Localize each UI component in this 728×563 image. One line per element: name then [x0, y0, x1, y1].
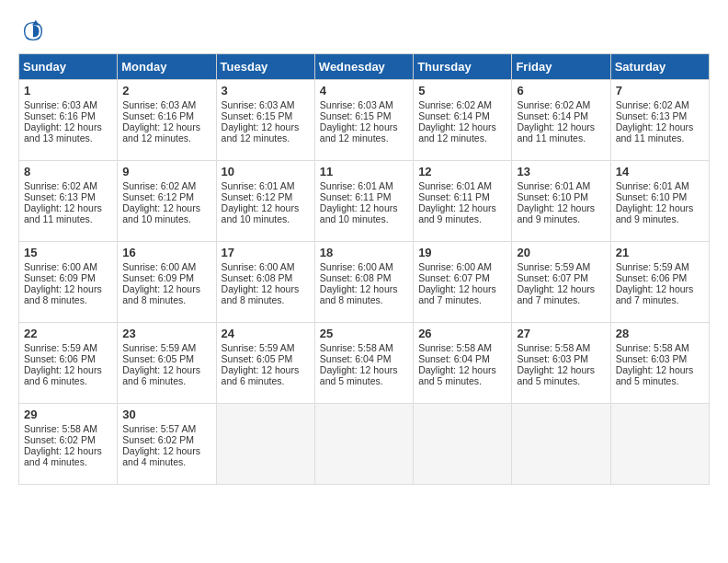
day-number: 5 [418, 84, 506, 98]
sunset-label: Sunset: 6:15 PM [222, 110, 293, 121]
calendar-cell: 14Sunrise: 6:01 AMSunset: 6:10 PMDayligh… [610, 161, 709, 242]
day-number: 8 [24, 165, 112, 178]
sunset-label: Sunset: 6:13 PM [616, 110, 688, 121]
calendar-cell: 1Sunrise: 6:03 AMSunset: 6:16 PMDaylight… [19, 80, 118, 161]
calendar-cell: 25Sunrise: 5:58 AMSunset: 6:04 PMDayligh… [314, 323, 413, 404]
calendar-cell: 6Sunrise: 6:02 AMSunset: 6:14 PMDaylight… [512, 80, 610, 161]
day-number: 23 [122, 327, 210, 340]
calendar-cell: 28Sunrise: 5:58 AMSunset: 6:03 PMDayligh… [610, 323, 709, 404]
sunrise-label: Sunrise: 6:00 AM [320, 261, 393, 272]
calendar-cell: 19Sunrise: 6:00 AMSunset: 6:07 PMDayligh… [414, 242, 512, 323]
sunrise-label: Sunrise: 5:58 AM [616, 342, 689, 353]
calendar-cell: 13Sunrise: 6:01 AMSunset: 6:10 PMDayligh… [512, 161, 610, 242]
day-number: 13 [517, 165, 605, 178]
day-number: 17 [222, 246, 310, 259]
day-number: 15 [24, 246, 112, 259]
calendar-cell: 5Sunrise: 6:02 AMSunset: 6:14 PMDaylight… [414, 80, 512, 161]
calendar-cell: 20Sunrise: 5:59 AMSunset: 6:07 PMDayligh… [512, 242, 610, 323]
calendar-cell: 9Sunrise: 6:02 AMSunset: 6:12 PMDaylight… [118, 161, 216, 242]
daylight-label: Daylight: 12 hours and 10 minutes. [122, 202, 200, 224]
day-number: 12 [418, 165, 506, 178]
daylight-label: Daylight: 12 hours and 6 minutes. [24, 364, 102, 386]
day-number: 19 [418, 246, 506, 259]
sunset-label: Sunset: 6:09 PM [24, 272, 96, 283]
sunset-label: Sunset: 6:13 PM [24, 191, 96, 202]
calendar-cell: 30Sunrise: 5:57 AMSunset: 6:02 PMDayligh… [118, 404, 216, 485]
day-number: 21 [616, 246, 704, 259]
sunset-label: Sunset: 6:02 PM [24, 434, 96, 445]
calendar-cell: 18Sunrise: 6:00 AMSunset: 6:08 PMDayligh… [314, 242, 413, 323]
sunset-label: Sunset: 6:07 PM [517, 272, 588, 283]
day-number: 30 [122, 408, 210, 421]
sunset-label: Sunset: 6:03 PM [517, 353, 588, 364]
sunrise-label: Sunrise: 6:01 AM [517, 180, 590, 191]
calendar-cell: 7Sunrise: 6:02 AMSunset: 6:13 PMDaylight… [610, 80, 709, 161]
sunset-label: Sunset: 6:10 PM [616, 191, 688, 202]
page-header [18, 18, 710, 44]
sunset-label: Sunset: 6:11 PM [418, 191, 490, 202]
daylight-label: Daylight: 12 hours and 8 minutes. [222, 283, 300, 305]
daylight-label: Daylight: 12 hours and 5 minutes. [616, 364, 694, 386]
calendar-cell [216, 404, 314, 485]
daylight-label: Daylight: 12 hours and 5 minutes. [418, 364, 496, 386]
sunrise-label: Sunrise: 6:02 AM [616, 99, 689, 110]
header-sunday: Sunday [19, 54, 118, 80]
calendar-header-row: SundayMondayTuesdayWednesdayThursdayFrid… [19, 54, 710, 80]
calendar-week-3: 15Sunrise: 6:00 AMSunset: 6:09 PMDayligh… [19, 242, 710, 323]
sunrise-label: Sunrise: 6:00 AM [418, 261, 492, 272]
day-number: 7 [616, 84, 704, 98]
sunrise-label: Sunrise: 6:02 AM [122, 180, 196, 191]
sunrise-label: Sunrise: 5:58 AM [517, 342, 590, 353]
calendar-week-1: 1Sunrise: 6:03 AMSunset: 6:16 PMDaylight… [19, 80, 710, 161]
day-number: 26 [418, 327, 506, 340]
sunrise-label: Sunrise: 6:02 AM [24, 180, 97, 191]
sunset-label: Sunset: 6:12 PM [222, 191, 293, 202]
calendar-cell: 16Sunrise: 6:00 AMSunset: 6:09 PMDayligh… [118, 242, 216, 323]
daylight-label: Daylight: 12 hours and 12 minutes. [320, 121, 398, 144]
sunrise-label: Sunrise: 6:01 AM [418, 180, 492, 191]
daylight-label: Daylight: 12 hours and 9 minutes. [616, 202, 694, 224]
logo-icon [20, 18, 46, 44]
daylight-label: Daylight: 12 hours and 8 minutes. [24, 283, 102, 305]
daylight-label: Daylight: 12 hours and 13 minutes. [24, 121, 102, 144]
sunrise-label: Sunrise: 6:00 AM [122, 261, 196, 272]
calendar-cell: 27Sunrise: 5:58 AMSunset: 6:03 PMDayligh… [512, 323, 610, 404]
daylight-label: Daylight: 12 hours and 7 minutes. [616, 283, 694, 305]
sunrise-label: Sunrise: 6:01 AM [616, 180, 689, 191]
calendar-week-5: 29Sunrise: 5:58 AMSunset: 6:02 PMDayligh… [19, 404, 710, 485]
header-friday: Friday [512, 54, 610, 80]
day-number: 29 [24, 408, 112, 421]
day-number: 27 [517, 327, 605, 340]
sunset-label: Sunset: 6:12 PM [122, 191, 194, 202]
daylight-label: Daylight: 12 hours and 12 minutes. [418, 121, 496, 144]
sunrise-label: Sunrise: 6:01 AM [222, 180, 295, 191]
calendar-cell: 21Sunrise: 5:59 AMSunset: 6:06 PMDayligh… [610, 242, 709, 323]
header-thursday: Thursday [414, 54, 512, 80]
sunrise-label: Sunrise: 5:59 AM [616, 261, 689, 272]
sunset-label: Sunset: 6:16 PM [122, 110, 194, 121]
calendar-cell: 24Sunrise: 5:59 AMSunset: 6:05 PMDayligh… [216, 323, 314, 404]
sunrise-label: Sunrise: 5:59 AM [222, 342, 295, 353]
sunset-label: Sunset: 6:05 PM [122, 353, 194, 364]
sunrise-label: Sunrise: 5:59 AM [24, 342, 97, 353]
day-number: 11 [320, 165, 408, 178]
daylight-label: Daylight: 12 hours and 10 minutes. [222, 202, 300, 224]
daylight-label: Daylight: 12 hours and 5 minutes. [320, 364, 398, 386]
calendar-cell: 10Sunrise: 6:01 AMSunset: 6:12 PMDayligh… [216, 161, 314, 242]
calendar-cell: 11Sunrise: 6:01 AMSunset: 6:11 PMDayligh… [314, 161, 413, 242]
sunset-label: Sunset: 6:11 PM [320, 191, 392, 202]
sunrise-label: Sunrise: 6:03 AM [222, 99, 295, 110]
sunset-label: Sunset: 6:04 PM [320, 353, 392, 364]
calendar-cell [414, 404, 512, 485]
calendar-week-2: 8Sunrise: 6:02 AMSunset: 6:13 PMDaylight… [19, 161, 710, 242]
sunset-label: Sunset: 6:04 PM [418, 353, 490, 364]
daylight-label: Daylight: 12 hours and 6 minutes. [122, 364, 200, 386]
day-number: 14 [616, 165, 704, 178]
daylight-label: Daylight: 12 hours and 6 minutes. [222, 364, 300, 386]
day-number: 2 [122, 84, 210, 98]
sunrise-label: Sunrise: 6:00 AM [222, 261, 295, 272]
calendar-body: 1Sunrise: 6:03 AMSunset: 6:16 PMDaylight… [19, 80, 710, 485]
calendar-table: SundayMondayTuesdayWednesdayThursdayFrid… [18, 53, 710, 485]
day-number: 10 [222, 165, 310, 178]
daylight-label: Daylight: 12 hours and 5 minutes. [517, 364, 595, 386]
